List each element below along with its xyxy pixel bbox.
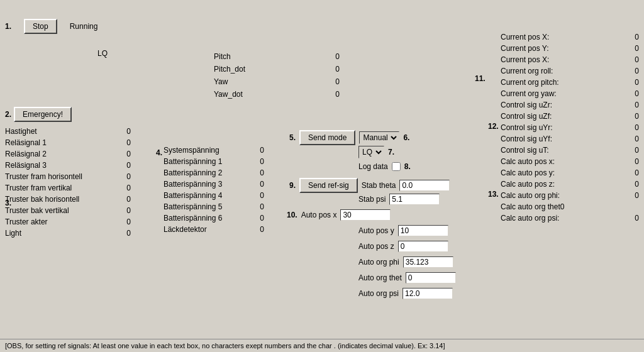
control-sig-uyr-value: 0 xyxy=(635,123,639,132)
calc-auto-org-psi-value: 0 xyxy=(635,214,639,223)
stab-theta-input[interactable] xyxy=(399,180,450,191)
calc-auto-pos-y-row: Calc auto pos y: 0 xyxy=(501,167,639,179)
left-column: Hastighet 0 Reläsignal 1 0 Reläsignal 2 … xyxy=(5,126,131,239)
current-org-roll-row: Current org roll: 0 xyxy=(501,65,639,77)
label-9: 9. xyxy=(289,181,296,190)
control-sig-uyr-label: Control sig uYr: xyxy=(501,123,553,132)
send-mode-button[interactable]: Send mode xyxy=(299,130,355,145)
current-org-yaw-value: 0 xyxy=(635,89,639,98)
control-sig-uzf-value: 0 xyxy=(635,112,639,121)
truster-bak-hor-label: Truster bak horisontell xyxy=(5,195,79,204)
label-1: 1. xyxy=(5,22,11,31)
hastighet-value: 0 xyxy=(126,127,131,136)
list-item: Batterispänning 3 0 xyxy=(164,179,264,190)
auto-pos-z-label: Auto pos z xyxy=(358,242,394,251)
control-sig-ut-row: Control sig uT: 0 xyxy=(501,145,639,156)
stab-psi-label: Stab psi xyxy=(358,195,386,204)
current-pos-y-row: Current pos Y: 0 xyxy=(501,43,639,54)
control-sig-uzr-value: 0 xyxy=(635,101,639,109)
calc-auto-org-phi-row: Calc auto org phi: 0 xyxy=(501,190,639,201)
control-sig-uyf-value: 0 xyxy=(635,135,639,143)
relasignal1-value: 0 xyxy=(126,138,131,147)
label-2: 2. xyxy=(5,110,11,119)
auto-pos-y-input[interactable] xyxy=(398,225,448,236)
auto-org-thet-input[interactable] xyxy=(406,272,456,283)
current-org-yaw-row: Current org yaw: 0 xyxy=(501,88,639,99)
truster-fram-hor-value: 0 xyxy=(126,172,131,181)
label-8: 8. xyxy=(404,162,411,171)
log-data-checkbox[interactable] xyxy=(392,162,401,171)
auto-pos-x-label: Auto pos x xyxy=(301,211,337,219)
current-org-pitch-value: 0 xyxy=(635,78,639,87)
auto-pos-y-label: Auto pos y xyxy=(358,226,394,235)
emergency-button[interactable]: Emergency! xyxy=(14,107,72,122)
current-org-pitch-label: Current org pitch: xyxy=(501,78,559,87)
status-bar: [OBS, for setting ref signals: At least … xyxy=(0,339,644,352)
current-org-roll-value: 0 xyxy=(635,67,639,75)
auto-pos-z-input[interactable] xyxy=(398,241,448,252)
list-item: Yaw_dot 0 xyxy=(214,88,340,101)
label-6: 6. xyxy=(403,133,409,142)
label-11: 11. xyxy=(475,74,486,83)
list-item: Batterispänning 1 0 xyxy=(164,156,264,167)
list-item: Yaw 0 xyxy=(214,75,340,88)
calc-auto-org-psi-row: Calc auto org psi: 0 xyxy=(501,212,639,224)
main-container: 1. Stop Running LQ 2. Emergency! 3. 4. H… xyxy=(0,0,644,352)
lq-select[interactable]: LQ xyxy=(358,146,384,158)
list-item: Hastighet 0 xyxy=(5,126,131,137)
relasignal2-value: 0 xyxy=(126,150,131,158)
list-item: Reläsignal 3 0 xyxy=(5,160,131,171)
label-12: 12. xyxy=(488,122,499,131)
relasignal3-value: 0 xyxy=(126,161,131,170)
truster-bak-vert-label: Truster bak vertikal xyxy=(5,206,69,215)
list-item: Systemspänning 0 xyxy=(164,145,264,156)
current-pos-x-row: Current pos X: 0 xyxy=(501,31,639,43)
current-org-yaw-label: Current org yaw: xyxy=(501,89,557,98)
truster-bak-vert-value: 0 xyxy=(126,206,131,215)
label-13: 13. xyxy=(488,190,499,199)
mid-left-column: Systemspänning 0 Batterispänning 1 0 Bat… xyxy=(164,145,264,235)
auto-org-psi-input[interactable] xyxy=(402,288,453,299)
list-item: Pitch_dot 0 xyxy=(214,63,340,75)
calc-auto-org-thet-label: Calc auto org thet0 xyxy=(501,202,564,211)
list-item: Batterispänning 2 0 xyxy=(164,167,264,179)
current-pos-x2-value: 0 xyxy=(635,55,639,64)
light-value: 0 xyxy=(126,229,131,238)
auto-org-phi-input[interactable] xyxy=(403,256,453,268)
auto-org-phi-label: Auto org phi xyxy=(358,258,399,267)
right-column: Current pos X: 0 Current pos Y: 0 Curren… xyxy=(501,31,639,224)
label-10: 10. xyxy=(287,211,297,219)
list-item: Light 0 xyxy=(5,228,131,239)
list-item: Truster bak horisontell 0 xyxy=(5,194,131,205)
calc-auto-org-thet-row: Calc auto org thet0 xyxy=(501,201,639,212)
auto-pos-x-input[interactable] xyxy=(340,209,391,221)
stop-button[interactable]: Stop xyxy=(24,19,57,34)
send-ref-sig-button[interactable]: Send ref-sig xyxy=(299,178,358,193)
calc-auto-pos-y-value: 0 xyxy=(635,168,639,177)
list-item: Truster akter 0 xyxy=(5,216,131,228)
label-5: 5. xyxy=(289,133,296,142)
truster-fram-hor-label: Truster fram horisontell xyxy=(5,172,82,181)
truster-bak-hor-value: 0 xyxy=(126,195,131,204)
list-item: Truster fram vertikal 0 xyxy=(5,182,131,194)
current-pos-x2-label: Current pos X: xyxy=(501,55,549,64)
control-sig-ut-value: 0 xyxy=(635,146,639,155)
light-label: Light xyxy=(5,229,21,238)
list-item: Batterispänning 4 0 xyxy=(164,190,264,201)
relasignal1-label: Reläsignal 1 xyxy=(5,138,47,147)
truster-fram-vert-value: 0 xyxy=(126,184,131,192)
stab-psi-input[interactable] xyxy=(389,194,440,205)
manual-select[interactable]: Manual xyxy=(359,131,399,144)
control-sig-uyr-row: Control sig uYr: 0 xyxy=(501,122,639,133)
current-pos-x-label: Current pos X: xyxy=(501,33,549,41)
status-text: [OBS, for setting ref signals: At least … xyxy=(5,342,445,349)
log-data-label: Log data xyxy=(358,162,388,171)
list-item: Batterispänning 6 0 xyxy=(164,212,264,224)
control-sig-uyf-row: Control sig uYf: 0 xyxy=(501,133,639,145)
control-sig-uzf-row: Control sig uZf: 0 xyxy=(501,111,639,122)
auto-org-psi-label: Auto org psi xyxy=(358,289,399,298)
control-sig-uzr-row: Control sig uZr: 0 xyxy=(501,99,639,111)
truster-akter-label: Truster akter xyxy=(5,217,48,226)
calc-auto-pos-z-value: 0 xyxy=(635,180,639,189)
relasignal2-label: Reläsignal 2 xyxy=(5,150,47,158)
